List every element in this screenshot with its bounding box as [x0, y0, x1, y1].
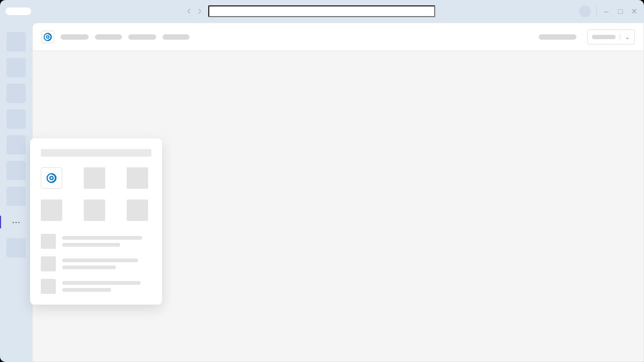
address-bar[interactable] — [208, 5, 435, 17]
app-tile-current[interactable] — [41, 167, 62, 189]
rail-item[interactable] — [6, 135, 26, 154]
svg-point-1 — [47, 35, 49, 38]
list-item[interactable] — [41, 256, 151, 271]
list-item-icon — [41, 234, 56, 249]
rail-item[interactable] — [6, 109, 26, 129]
status-text — [539, 34, 576, 40]
popover-list — [41, 234, 151, 294]
list-item-subtitle — [62, 243, 120, 247]
ellipsis-icon: ⋯ — [12, 217, 21, 227]
app-tile[interactable] — [127, 200, 148, 221]
app-tile[interactable] — [84, 200, 105, 221]
rail-item[interactable] — [6, 32, 26, 51]
list-item-icon — [41, 279, 56, 294]
maximize-button[interactable]: □ — [616, 8, 625, 15]
apps-grid — [41, 167, 151, 221]
nav-item[interactable] — [128, 34, 156, 40]
brand-logo[interactable] — [41, 31, 54, 43]
close-button[interactable]: ✕ — [630, 8, 639, 15]
avatar[interactable] — [579, 5, 591, 17]
titlebar: – □ ✕ — [0, 0, 644, 23]
rail-item[interactable] — [6, 161, 26, 180]
rail-item[interactable] — [6, 84, 26, 103]
list-item-icon — [41, 256, 56, 271]
selector-label — [592, 35, 616, 39]
rail-item[interactable] — [6, 187, 26, 206]
rail-more-button[interactable]: ⋯ — [6, 212, 26, 232]
popover-search-input[interactable] — [41, 149, 151, 157]
nav-forward-button[interactable] — [195, 7, 204, 16]
rail-item[interactable] — [6, 58, 26, 77]
active-indicator — [0, 216, 1, 228]
apps-popover — [30, 138, 162, 305]
app-tile[interactable] — [127, 167, 148, 189]
app-tile[interactable] — [41, 200, 62, 221]
list-item-subtitle — [62, 265, 116, 269]
list-item-title — [62, 281, 141, 285]
chevron-down-icon: ⌄ — [625, 34, 630, 40]
app-tile[interactable] — [84, 167, 105, 189]
selector-dropdown[interactable]: ⌄ — [587, 29, 635, 45]
list-item-title — [62, 236, 142, 240]
page-topbar: ⌄ — [33, 23, 643, 51]
app-window: – □ ✕ ⋯ — [0, 0, 644, 362]
separator — [596, 5, 597, 17]
nav-item[interactable] — [95, 34, 122, 40]
nav-back-button[interactable] — [185, 7, 193, 16]
nav-item[interactable] — [61, 34, 89, 40]
minimize-button[interactable]: – — [602, 8, 611, 15]
list-item-title — [62, 258, 138, 262]
traffic-lights[interactable] — [5, 8, 31, 15]
left-rail: ⋯ — [0, 23, 32, 362]
svg-point-3 — [50, 176, 53, 180]
list-item[interactable] — [41, 234, 151, 249]
list-item[interactable] — [41, 279, 151, 294]
list-item-subtitle — [62, 288, 111, 292]
rail-item[interactable] — [6, 238, 26, 257]
nav-item[interactable] — [163, 34, 189, 40]
